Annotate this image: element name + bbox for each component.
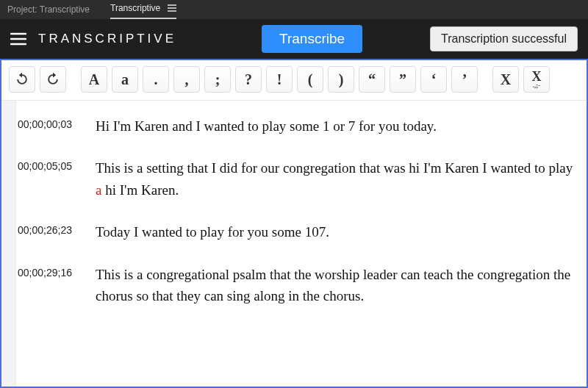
transcript-rows[interactable]: 00;00;00;03Hi I'm Karen and I wanted to … xyxy=(16,101,587,387)
semicolon-button[interactable]: ; xyxy=(204,66,231,93)
undo-button[interactable] xyxy=(9,66,35,93)
period-button[interactable]: . xyxy=(143,66,169,93)
paren-open-button[interactable]: ( xyxy=(297,66,323,93)
editor-toolbar: A a . , ; ? ! ( ) “ ” ‘ ’ X X .,;- xyxy=(1,60,587,101)
delete-punct-sub: .,;- xyxy=(533,82,541,89)
transcript-text[interactable]: Hi I'm Karen and I wanted to play some 1… xyxy=(96,115,573,137)
transcript-text[interactable]: Today I wanted to play for you some 107. xyxy=(96,221,573,242)
editor-panel: A a . , ; ? ! ( ) “ ” ‘ ’ X X .,;- 00;00… xyxy=(0,59,588,388)
lowercase-button[interactable]: a xyxy=(112,66,138,93)
timecode[interactable]: 00;00;29;16 xyxy=(16,264,96,279)
active-tab[interactable]: Transcriptive xyxy=(110,0,176,19)
transcript-area: 00;00;00;03Hi I'm Karen and I wanted to … xyxy=(1,101,587,387)
question-button[interactable]: ? xyxy=(235,66,262,93)
delete-word-button[interactable]: X xyxy=(492,66,519,93)
timecode[interactable]: 00;00;05;05 xyxy=(16,157,96,172)
status-badge: Transcription successful xyxy=(430,26,578,51)
transcript-text[interactable]: This is a congregational psalm that the … xyxy=(96,264,573,307)
menu-icon[interactable] xyxy=(10,32,26,46)
single-quote-open-button[interactable]: ‘ xyxy=(420,66,447,93)
transcript-row[interactable]: 00;00;29;16This is a congregational psal… xyxy=(16,254,587,317)
uppercase-button[interactable]: A xyxy=(81,66,107,93)
delete-punct-button[interactable]: X .,;- xyxy=(523,66,550,93)
transcript-row[interactable]: 00;00;00;03Hi I'm Karen and I wanted to … xyxy=(16,105,587,147)
gutter xyxy=(1,101,16,387)
double-quote-open-button[interactable]: “ xyxy=(359,66,385,93)
project-label: Project: Transcriptive xyxy=(7,4,90,15)
paren-close-button[interactable]: ) xyxy=(328,66,354,93)
transcript-row[interactable]: 00;00;26;23Today I wanted to play for yo… xyxy=(16,211,587,253)
delete-punct-top: X xyxy=(532,70,542,83)
tab-menu-icon[interactable] xyxy=(168,4,176,12)
single-quote-close-button[interactable]: ’ xyxy=(451,66,478,93)
double-quote-close-button[interactable]: ” xyxy=(390,66,416,93)
tab-bar: Project: Transcriptive Transcriptive xyxy=(0,0,588,19)
app-title: TRANSCRIPTIVE xyxy=(38,32,176,46)
timecode[interactable]: 00;00;26;23 xyxy=(16,221,96,236)
transcript-row[interactable]: 00;00;05;05This is a setting that I did … xyxy=(16,147,587,211)
timecode[interactable]: 00;00;00;03 xyxy=(16,115,96,130)
comma-button[interactable]: , xyxy=(173,66,200,93)
exclaim-button[interactable]: ! xyxy=(266,66,293,93)
app-header: TRANSCRIPTIVE Transcribe Transcription s… xyxy=(0,19,588,59)
transcribe-button[interactable]: Transcribe xyxy=(262,25,362,53)
transcript-text[interactable]: This is a setting that I did for our con… xyxy=(96,157,573,201)
tab-label: Transcriptive xyxy=(110,3,160,13)
redo-button[interactable] xyxy=(40,66,66,93)
